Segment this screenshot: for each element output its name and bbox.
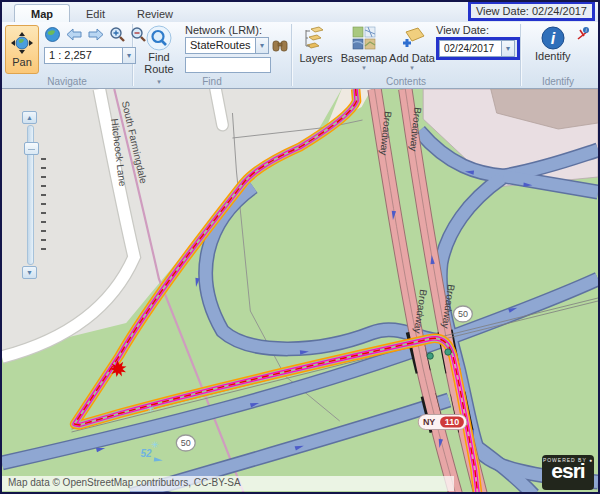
pan-label: Pan	[12, 56, 32, 68]
identify-route-icon[interactable]: i	[576, 27, 590, 41]
esri-dot-icon: ●	[589, 457, 593, 463]
network-lrm-label: Network (LRM):	[185, 24, 288, 36]
basemap-dropdown-icon[interactable]: ▾	[362, 64, 366, 72]
stub-road	[216, 89, 223, 125]
map-canvas[interactable]: ✳ ✳ 52 50 50 NY 110 Hitchcock Lane	[2, 89, 598, 492]
basemap-icon	[352, 26, 376, 50]
zoom-slider-down-button[interactable]: ▼	[22, 266, 37, 279]
view-date-label: View Date:	[436, 24, 520, 36]
find-route-input[interactable]	[185, 57, 271, 73]
view-date-value[interactable]: 02/24/2017	[439, 40, 501, 57]
add-data-dropdown-icon[interactable]: ▾	[410, 64, 414, 72]
group-navigate: Pan	[2, 22, 132, 88]
full-extent-icon[interactable]	[44, 26, 61, 43]
pan-button[interactable]: Pan	[5, 25, 39, 74]
find-route-label-1: Find	[148, 51, 169, 63]
basemap-button[interactable]: Basemap ▾	[340, 22, 388, 72]
svg-text:i: i	[551, 30, 556, 47]
route-shield-ny110: NY 110	[418, 415, 467, 430]
view-date-field-area: View Date: 02/24/2017 ▾	[436, 22, 520, 60]
basemap-label: Basemap	[341, 53, 387, 64]
zoom-slider-up-button[interactable]: ▲	[22, 111, 37, 124]
calibration-point[interactable]	[427, 353, 433, 359]
zoom-slider-handle[interactable]	[24, 142, 39, 155]
zoom-slider-track[interactable]	[27, 125, 34, 265]
map-attribution: Map data © OpenStreetMap contributors, C…	[2, 476, 454, 491]
calibration-point[interactable]	[445, 349, 451, 355]
forward-arrow-icon[interactable]	[87, 27, 105, 42]
esri-badge: POWERED BY ● esri	[542, 455, 594, 490]
ribbon-tab-strip: Map Edit Review View Date: 02/24/2017	[2, 2, 598, 22]
view-date-combo[interactable]: 02/24/2017 ▾	[439, 40, 515, 57]
route-shield-50: 50	[453, 306, 472, 322]
contents-group-label: Contents	[292, 76, 520, 87]
scale-combo[interactable]: 1 : 2,257 ▾	[44, 47, 136, 64]
basemap-svg: ✳ ✳ 52 50 50 NY 110 Hitchcock Lane	[2, 89, 598, 492]
zoom-slider-ticks	[41, 158, 46, 250]
find-route-label-2: Route	[144, 63, 173, 75]
sparkle-marker: ✳	[151, 440, 159, 450]
find-group-label: Find	[133, 76, 291, 87]
pan-globe-icon	[11, 32, 33, 54]
navigate-group-label: Navigate	[2, 76, 132, 87]
network-dropdown-icon[interactable]: ▾	[255, 37, 269, 54]
esri-logo: esri	[542, 461, 594, 481]
add-data-label: Add Data	[389, 53, 435, 64]
marker-52-label: 52	[141, 448, 152, 459]
identify-group-label: Identify	[521, 76, 595, 87]
tab-map[interactable]: Map	[14, 4, 70, 22]
ribbon: Pan	[2, 22, 598, 89]
svg-text:110: 110	[445, 417, 459, 427]
zoom-in-icon[interactable]	[109, 26, 126, 43]
network-combo[interactable]: StateRoutes ▾	[185, 37, 269, 54]
sparkle-marker: ✳	[147, 404, 155, 414]
view-date-dropdown-icon[interactable]: ▾	[501, 40, 515, 57]
app-window: Map Edit Review View Date: 02/24/2017 Pa…	[0, 0, 600, 494]
group-contents: Layers Basemap ▾	[292, 22, 520, 88]
layers-icon	[303, 26, 329, 50]
group-identify: i Identify i Identify	[521, 22, 595, 88]
route-shield-50: 50	[176, 435, 195, 451]
add-data-button[interactable]: Add Data ▾	[388, 22, 436, 72]
view-date-callout: View Date: 02/24/2017	[468, 1, 595, 21]
identify-icon: i	[541, 26, 565, 50]
svg-text:NY: NY	[423, 417, 435, 427]
tab-review[interactable]: Review	[121, 5, 189, 22]
view-date-annotation-box: 02/24/2017 ▾	[436, 37, 520, 60]
back-arrow-icon[interactable]	[65, 27, 83, 42]
svg-text:50: 50	[181, 438, 191, 448]
group-find: Find Route ▾ Network (LRM): StateRoutes …	[133, 22, 291, 88]
identify-button[interactable]: i Identify	[535, 26, 570, 62]
add-data-icon	[398, 26, 426, 50]
svg-text:50: 50	[458, 309, 468, 319]
scale-value[interactable]: 1 : 2,257	[44, 47, 122, 64]
tab-edit[interactable]: Edit	[70, 5, 121, 22]
binoculars-icon[interactable]	[272, 39, 288, 52]
layers-button[interactable]: Layers	[292, 22, 340, 64]
map-zoom-slider: ▲ ▼	[22, 111, 38, 279]
identify-label: Identify	[535, 50, 570, 62]
layers-label: Layers	[299, 53, 332, 64]
find-route-icon	[146, 25, 172, 51]
network-value[interactable]: StateRoutes	[185, 37, 255, 54]
